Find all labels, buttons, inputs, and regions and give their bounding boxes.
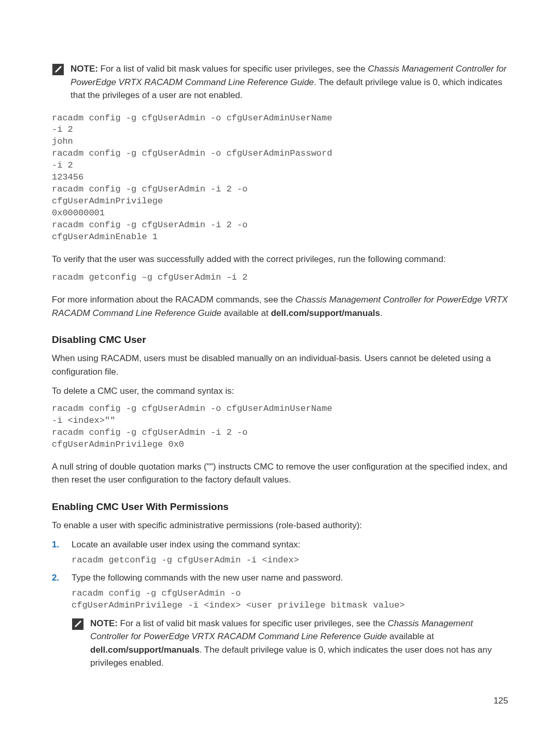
- body-paragraph: A null string of double quotation marks …: [52, 460, 508, 487]
- body-paragraph: For more information about the RACADM co…: [52, 293, 508, 320]
- body-paragraph: To verify that the user was successfully…: [52, 253, 508, 266]
- body-paragraph: To delete a CMC user, the command syntax…: [52, 384, 508, 398]
- body-paragraph: When using RACADM, users must be disable…: [52, 352, 508, 378]
- step-number: 2.: [52, 571, 59, 585]
- body-paragraph: To enable a user with specific administr…: [52, 519, 508, 532]
- document-page: NOTE: For a list of valid bit mask value…: [0, 0, 560, 737]
- para-text: available at: [221, 308, 271, 318]
- note-pencil-icon: [72, 618, 84, 635]
- steps-list: 1. Locate an available user index using …: [52, 538, 508, 670]
- note-block: NOTE: For a list of valid bit mask value…: [72, 617, 508, 670]
- note-text: NOTE: For a list of valid bit mask value…: [90, 617, 508, 670]
- note-body-before: For a list of valid bit mask values for …: [118, 618, 388, 628]
- step-number: 1.: [52, 538, 59, 552]
- note-label: NOTE:: [71, 64, 98, 74]
- note-bold: dell.com/support/manuals: [90, 645, 200, 655]
- code-block: racadm config -g cfgUserAdmin -o cfgUser…: [72, 588, 508, 612]
- step-item: 1. Locate an available user index using …: [52, 538, 508, 566]
- note-body-before: For a list of valid bit mask values for …: [98, 64, 368, 74]
- code-block: racadm config -g cfgUserAdmin -o cfgUser…: [52, 403, 508, 451]
- code-block: racadm getconfig -g cfgUserAdmin -i <ind…: [72, 555, 508, 567]
- para-text: .: [380, 308, 383, 318]
- note-pencil-icon: [52, 63, 64, 78]
- note-text: NOTE: For a list of valid bit mask value…: [71, 62, 508, 102]
- note-body-mid: available at: [387, 631, 434, 641]
- para-text: For more information about the RACADM co…: [52, 295, 296, 305]
- para-bold: dell.com/support/manuals: [271, 308, 380, 318]
- step-text: Type the following commands with the new…: [72, 573, 343, 583]
- step-text: Locate an available user index using the…: [72, 540, 300, 549]
- section-heading-enabling: Enabling CMC User With Permissions: [52, 501, 508, 513]
- step-item: 2. Type the following commands with the …: [52, 571, 508, 669]
- note-block: NOTE: For a list of valid bit mask value…: [52, 62, 508, 102]
- note-label: NOTE:: [90, 618, 118, 628]
- code-block: racadm getconfig –g cfgUserAdmin –i 2: [52, 272, 508, 284]
- code-block: racadm config -g cfgUserAdmin -o cfgUser…: [52, 113, 508, 243]
- page-number: 125: [52, 696, 508, 706]
- section-heading-disabling: Disabling CMC User: [52, 334, 508, 346]
